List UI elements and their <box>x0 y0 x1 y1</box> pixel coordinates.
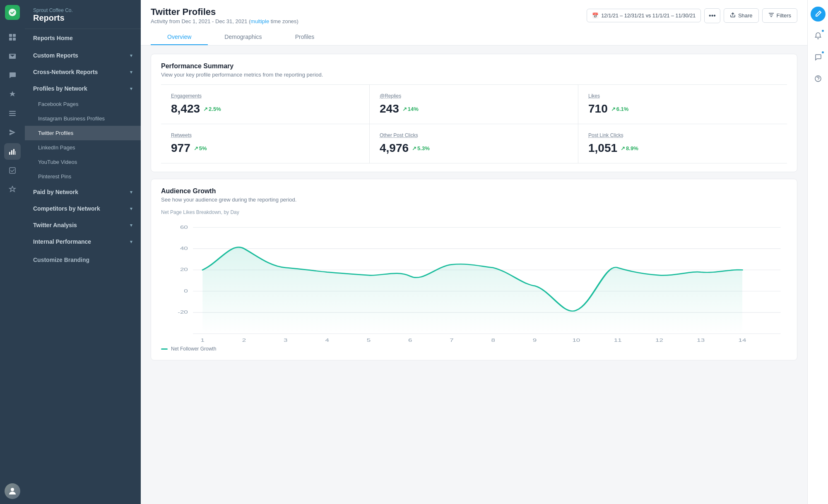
multiple-timezones-link[interactable]: multiple <box>250 18 269 24</box>
metric-engagements-label: Engagements <box>171 93 359 99</box>
filters-label: Filters <box>777 12 791 19</box>
topbar-actions: 📅 12/1/21 – 12/31/21 vs 11/1/21 – 11/30/… <box>587 8 797 23</box>
chart-fill <box>202 247 742 334</box>
svg-text:2: 2 <box>242 337 246 343</box>
svg-rect-10 <box>15 151 16 155</box>
sidebar-item-pinterest-pins[interactable]: Pinterest Pins <box>25 169 141 184</box>
metric-likes: Likes 710 6.1% <box>578 85 787 124</box>
calendar-icon: 📅 <box>592 12 599 19</box>
compose-button[interactable] <box>811 7 826 22</box>
metric-retweets-label: Retweets <box>171 132 359 138</box>
svg-rect-0 <box>9 34 12 37</box>
share-button[interactable]: Share <box>724 8 759 23</box>
arrow-up-icon <box>194 145 198 151</box>
sidebar-section-paid-by-network[interactable]: Paid by Network ▾ <box>25 184 141 200</box>
subtitle-text: Activity from Dec 1, 2021 - Dec 31, 2021… <box>151 18 250 24</box>
page-title: Twitter Profiles <box>151 7 298 17</box>
logo[interactable] <box>5 5 20 20</box>
svg-rect-9 <box>13 149 14 155</box>
page-subtitle: Activity from Dec 1, 2021 - Dec 31, 2021… <box>151 18 298 24</box>
audience-growth-title: Audience Growth <box>161 187 787 195</box>
sidebar-item-linkedin-pages[interactable]: LinkedIn Pages <box>25 140 141 155</box>
legend-label: Net Follower Growth <box>171 346 216 352</box>
svg-rect-1 <box>13 34 16 37</box>
sidebar: Sprout Coffee Co. Reports Reports Home C… <box>25 0 141 504</box>
svg-text:0: 0 <box>184 288 188 293</box>
date-range-button[interactable]: 📅 12/1/21 – 12/31/21 vs 11/1/21 – 11/30/… <box>587 9 701 22</box>
svg-text:8: 8 <box>491 337 495 343</box>
chart-svg: 60 40 20 0 -20 1 Dec 2 3 4 5 6 7 8 9 1 <box>161 218 787 343</box>
notification-badge <box>821 29 825 33</box>
metric-other-post-clicks-value: 4,976 5.3% <box>380 142 568 155</box>
nav-analytics-icon[interactable] <box>4 143 21 160</box>
nav-send-icon[interactable] <box>4 124 21 141</box>
arrow-up-icon <box>402 106 407 112</box>
metric-other-post-clicks: Other Post Clicks 4,976 5.3% <box>370 124 578 163</box>
company-name: Sprout Coffee Co. <box>33 7 132 13</box>
sidebar-item-twitter-profiles[interactable]: Twitter Profiles <box>25 126 141 140</box>
nav-pin-icon[interactable] <box>4 86 21 103</box>
audience-growth-subtitle: See how your audience grew during the re… <box>161 197 787 203</box>
svg-text:20: 20 <box>180 267 188 272</box>
tab-overview[interactable]: Overview <box>151 29 208 45</box>
notifications-icon[interactable] <box>811 28 826 43</box>
tabs: Overview Demographics Profiles <box>151 29 797 45</box>
sidebar-section-cross-network[interactable]: Cross-Network Reports ▾ <box>25 64 141 80</box>
main-content: Twitter Profiles Activity from Dec 1, 20… <box>141 0 807 504</box>
sidebar-item-customize-branding[interactable]: Customize Branding <box>25 250 141 269</box>
metric-likes-value: 710 6.1% <box>588 102 777 115</box>
metric-post-link-clicks-label: Post Link Clicks <box>588 132 777 138</box>
svg-text:10: 10 <box>572 337 580 343</box>
svg-rect-11 <box>10 168 15 173</box>
metric-likes-change: 6.1% <box>611 106 629 112</box>
svg-text:13: 13 <box>697 337 705 343</box>
metric-replies: @Replies 243 14% <box>370 85 578 124</box>
nav-list-icon[interactable] <box>4 105 21 122</box>
right-rail <box>807 0 828 504</box>
sidebar-section-profiles-by-network[interactable]: Profiles by Network ▾ <box>25 80 141 97</box>
sidebar-item-youtube-videos[interactable]: YouTube Videos <box>25 155 141 169</box>
metric-engagements-change: 2.5% <box>203 106 221 112</box>
chevron-down-icon: ▾ <box>130 206 132 211</box>
share-label: Share <box>738 12 753 19</box>
more-options-button[interactable]: ••• <box>704 8 720 23</box>
chevron-down-icon: ▾ <box>130 223 132 228</box>
nav-tasks-icon[interactable] <box>4 162 21 179</box>
svg-text:9: 9 <box>533 337 537 343</box>
nav-messages-icon[interactable] <box>4 67 21 84</box>
chat-icon[interactable] <box>811 50 826 65</box>
nav-home-icon[interactable] <box>4 29 21 46</box>
svg-text:3: 3 <box>284 337 287 343</box>
nav-inbox-icon[interactable] <box>4 48 21 65</box>
audience-growth-card: Audience Growth See how your audience gr… <box>151 179 797 360</box>
sidebar-section-competitors[interactable]: Competitors by Network ▾ <box>25 200 141 217</box>
audience-growth-chart: 60 40 20 0 -20 1 Dec 2 3 4 5 6 7 8 9 1 <box>161 218 787 343</box>
user-avatar[interactable] <box>5 483 20 499</box>
sidebar-section-internal-performance[interactable]: Internal Performance ▾ <box>25 233 141 250</box>
sidebar-section-twitter-analysis[interactable]: Twitter Analysis ▾ <box>25 217 141 233</box>
tab-profiles[interactable]: Profiles <box>279 29 331 45</box>
topbar: Twitter Profiles Activity from Dec 1, 20… <box>141 0 807 46</box>
icon-rail <box>0 0 25 504</box>
tab-demographics[interactable]: Demographics <box>208 29 278 45</box>
metric-likes-label: Likes <box>588 93 777 99</box>
sidebar-item-facebook-pages[interactable]: Facebook Pages <box>25 97 141 111</box>
sidebar-section-custom-reports[interactable]: Custom Reports ▾ <box>25 47 141 64</box>
metric-post-link-clicks: Post Link Clicks 1,051 8.9% <box>578 124 787 163</box>
sidebar-item-instagram-business[interactable]: Instagram Business Profiles <box>25 111 141 126</box>
help-icon[interactable] <box>811 71 826 86</box>
sidebar-item-reports-home[interactable]: Reports Home <box>25 29 141 47</box>
metric-other-post-clicks-change: 5.3% <box>412 145 430 151</box>
svg-text:12: 12 <box>655 337 663 343</box>
share-icon <box>730 12 736 19</box>
arrow-up-icon <box>611 106 616 112</box>
nav-star-icon[interactable] <box>4 181 21 198</box>
filters-button[interactable]: Filters <box>762 8 797 23</box>
svg-point-12 <box>11 488 14 491</box>
performance-summary-card: Performance Summary View your key profil… <box>151 54 797 172</box>
chart-label: Net Page Likes Breakdown, by Day <box>161 209 787 215</box>
metric-engagements: Engagements 8,423 2.5% <box>161 85 370 124</box>
page-title-area: Twitter Profiles Activity from Dec 1, 20… <box>151 7 298 24</box>
svg-text:11: 11 <box>614 337 622 343</box>
sidebar-header: Sprout Coffee Co. Reports <box>25 0 141 29</box>
